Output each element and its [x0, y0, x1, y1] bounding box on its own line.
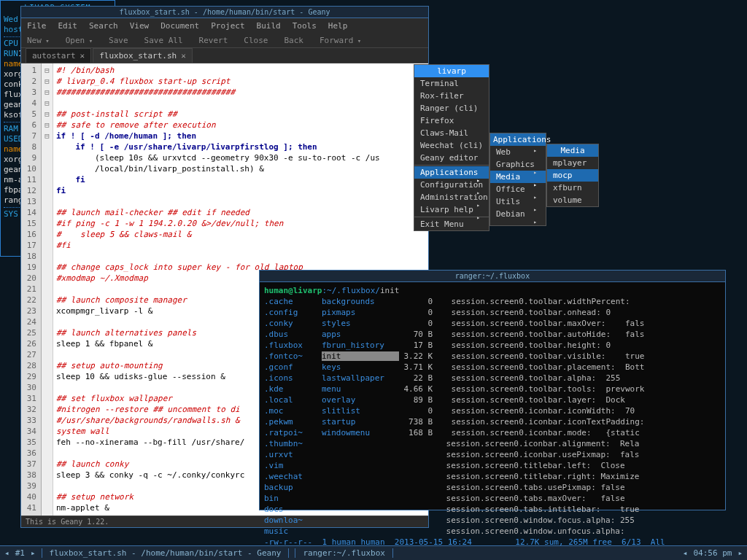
- submenu-header: Applications: [490, 133, 546, 146]
- menu-item[interactable]: Office: [490, 183, 546, 195]
- menu-item[interactable]: mplayer: [547, 157, 598, 169]
- menu-edit[interactable]: Edit: [58, 21, 78, 31]
- tray-prev[interactable]: ◂: [683, 548, 688, 558]
- menu-item[interactable]: Graphics: [490, 158, 546, 171]
- menu-item[interactable]: Firefox: [414, 114, 489, 127]
- menu-view[interactable]: View: [130, 21, 150, 31]
- menu-item[interactable]: Ranger (cli): [414, 102, 489, 114]
- ranger-body[interactable]: human@livarp:~/.fluxbox/init .cache back…: [260, 282, 725, 551]
- tb-saveall[interactable]: Save All: [144, 36, 183, 45]
- menu-item[interactable]: xfburn: [547, 182, 598, 194]
- clock[interactable]: 04:56 pm: [693, 548, 732, 558]
- menu-item[interactable]: mocp: [547, 169, 598, 182]
- tb-back[interactable]: Back: [284, 36, 303, 45]
- workspace-prev[interactable]: ◂: [4, 548, 9, 558]
- geany-toolbar: New Open Save Save All Revert Close Back…: [21, 34, 428, 48]
- menu-item[interactable]: Administration: [414, 191, 489, 203]
- line-numbers: 1234567891011121314151617181920212223242…: [21, 63, 42, 516]
- menu-item[interactable]: Web: [490, 146, 546, 158]
- tb-open[interactable]: Open: [66, 36, 93, 45]
- menu-item[interactable]: Geany editor: [414, 152, 489, 164]
- tb-save[interactable]: Save: [109, 36, 128, 45]
- menu-item[interactable]: Configuration: [414, 179, 489, 191]
- menu-help[interactable]: Help: [328, 21, 348, 31]
- submenu-header: Media: [547, 144, 598, 157]
- close-icon[interactable]: ✕: [80, 51, 85, 61]
- menu-item[interactable]: Claws-Mail: [414, 127, 489, 139]
- geany-menubar: File Edit Search View Document Project B…: [21, 18, 428, 34]
- apps-submenu[interactable]: Applications WebGraphicsMediaOfficeUtils…: [489, 133, 546, 226]
- menu-file[interactable]: File: [27, 21, 47, 31]
- root-menu[interactable]: livarp TerminalRox-filerRanger (cli)Fire…: [414, 64, 489, 231]
- workspace-next[interactable]: ▸: [31, 548, 36, 558]
- fold-column[interactable]: ⊟⊟⊟⊟⊟⊟⊟: [42, 63, 53, 516]
- workspace-indicator[interactable]: #1: [15, 548, 25, 558]
- tb-close[interactable]: Close: [244, 36, 268, 45]
- tray-next[interactable]: ▸: [738, 548, 743, 558]
- geany-titlebar[interactable]: fluxbox_start.sh - /home/human/bin/start…: [21, 7, 428, 18]
- menu-item[interactable]: Utils: [490, 195, 546, 208]
- ranger-titlebar[interactable]: ranger:~/.fluxbox: [260, 271, 725, 282]
- close-icon[interactable]: ✕: [181, 51, 186, 61]
- menu-item[interactable]: Applications: [414, 166, 489, 179]
- tb-new[interactable]: New: [27, 36, 50, 45]
- menu-item[interactable]: Debian: [490, 208, 546, 220]
- menu-document[interactable]: Document: [160, 21, 199, 31]
- taskbar[interactable]: ◂ #1 ▸ fluxbox_start.sh - /home/human/bi…: [0, 545, 747, 560]
- menu-project[interactable]: Project: [211, 21, 244, 31]
- task-ranger[interactable]: ranger:~/.fluxbox: [295, 548, 393, 558]
- menu-item[interactable]: Weechat (cli): [414, 139, 489, 152]
- menu-build[interactable]: Build: [257, 21, 281, 31]
- menu-item[interactable]: Rox-filer: [414, 90, 489, 102]
- menu-tools[interactable]: Tools: [293, 21, 317, 31]
- menu-search[interactable]: Search: [89, 21, 118, 31]
- tab-fluxbox-start[interactable]: fluxbox_start.sh✕: [93, 48, 193, 63]
- tb-revert[interactable]: Revert: [199, 36, 228, 45]
- menu-header: livarp: [414, 65, 489, 77]
- menu-item[interactable]: Terminal: [414, 77, 489, 90]
- ranger-window: ranger:~/.fluxbox human@livarp:~/.fluxbo…: [259, 270, 726, 510]
- media-submenu[interactable]: Media mplayermocpxfburnvolume: [546, 144, 599, 207]
- task-geany[interactable]: fluxbox_start.sh - /home/human/bin/start…: [42, 548, 290, 558]
- menu-item[interactable]: volume: [547, 194, 598, 206]
- geany-tabs: autostart✕ fluxbox_start.sh✕: [21, 48, 428, 63]
- tab-autostart[interactable]: autostart✕: [26, 48, 91, 63]
- tb-forward[interactable]: Forward: [320, 36, 361, 45]
- menu-item[interactable]: Media: [490, 171, 546, 183]
